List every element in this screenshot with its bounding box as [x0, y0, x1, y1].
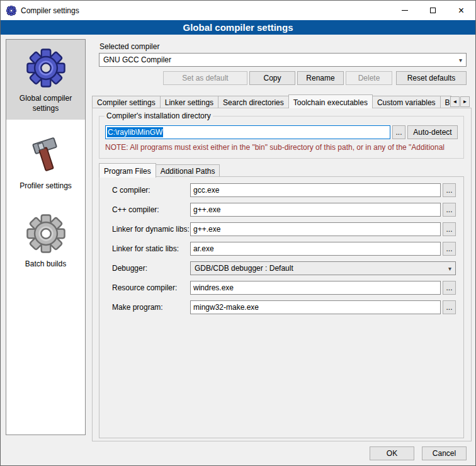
tab-custom-variables[interactable]: Custom variables: [372, 96, 441, 108]
make-program-browse-button[interactable]: ...: [443, 300, 456, 314]
form-row: C compiler: ...: [112, 183, 456, 197]
close-icon: ×: [458, 6, 464, 16]
tab-search-directories[interactable]: Search directories: [218, 96, 289, 108]
left-arrow-icon: ◄: [453, 99, 458, 105]
chevron-down-icon: ▾: [459, 57, 462, 64]
directory-browse-button[interactable]: ...: [392, 125, 405, 139]
cpp-compiler-browse-button[interactable]: ...: [443, 203, 456, 217]
gray-gear-icon: [26, 214, 65, 253]
field-label: C++ compiler:: [112, 205, 190, 214]
sidebar-item-global-compiler-settings[interactable]: Global compiler settings: [6, 40, 85, 120]
profiler-tool-icon: [26, 136, 65, 175]
compiler-settings-window: Compiler settings × Global compiler sett…: [0, 0, 476, 466]
blue-gear-icon: [26, 48, 65, 88]
toolchain-executables-panel: Compiler's installation directory C:\ray…: [92, 108, 472, 441]
resource-compiler-browse-button[interactable]: ...: [443, 281, 456, 295]
installation-directory-selected-text: C:\raylib\MinGW: [107, 127, 163, 137]
debugger-select-value: GDB/CDB debugger : Default: [195, 264, 293, 273]
static-linker-input[interactable]: [190, 242, 441, 256]
tab-scroll-buttons: ◄ ►: [450, 96, 470, 107]
installation-directory-group-title: Compiler's installation directory: [105, 111, 213, 120]
copy-button[interactable]: Copy: [249, 71, 295, 85]
cpp-compiler-input[interactable]: [190, 203, 441, 217]
form-row: Resource compiler: ...: [112, 281, 456, 295]
tab-scroll-right-button[interactable]: ►: [460, 96, 470, 107]
make-program-input[interactable]: [190, 300, 441, 314]
installation-directory-input[interactable]: C:\raylib\MinGW: [105, 125, 390, 139]
maximize-button[interactable]: [419, 1, 447, 20]
selected-compiler-label: Selected compiler: [99, 42, 159, 51]
minimize-button[interactable]: [390, 1, 419, 20]
selected-compiler-value: GNU GCC Compiler: [103, 55, 171, 64]
titlebar: Compiler settings ×: [1, 1, 475, 20]
installation-directory-group: Compiler's installation directory C:\ray…: [99, 116, 464, 159]
installation-directory-row: C:\raylib\MinGW ... Auto-detect: [105, 125, 458, 139]
field-label: Linker for static libs:: [112, 244, 190, 253]
form-row: Linker for dynamic libs: ...: [112, 222, 456, 236]
tab-linker-settings[interactable]: Linker settings: [160, 96, 218, 108]
installation-note: NOTE: All programs must exist either in …: [105, 143, 462, 152]
sidebar-item-label: Global compiler settings: [8, 94, 83, 113]
set-as-default-button: Set as default: [163, 71, 247, 85]
form-row: C++ compiler: ...: [112, 203, 456, 217]
sidebar: Global compiler settings Profiler settin…: [6, 39, 86, 435]
subtab-additional-paths[interactable]: Additional Paths: [156, 164, 220, 177]
rename-button[interactable]: Rename: [297, 71, 344, 85]
subtab-program-files[interactable]: Program Files: [99, 163, 156, 178]
window-title: Compiler settings: [21, 6, 79, 15]
tab-compiler-settings[interactable]: Compiler settings: [92, 96, 161, 108]
reset-defaults-button[interactable]: Reset defaults: [396, 71, 467, 85]
app-gear-icon: [6, 6, 16, 16]
settings-tabstrip: Compiler settings Linker settings Search…: [92, 94, 451, 108]
close-button[interactable]: ×: [447, 1, 475, 20]
program-files-tabstrip: Program Files Additional Paths: [99, 162, 219, 177]
sidebar-item-label: Batch builds: [8, 259, 83, 270]
sidebar-item-label: Profiler settings: [8, 181, 83, 191]
caption-buttons: ×: [390, 1, 475, 20]
maximize-icon: [430, 8, 436, 13]
delete-button: Delete: [346, 71, 392, 85]
field-label: C compiler:: [112, 186, 190, 195]
c-compiler-browse-button[interactable]: ...: [443, 183, 456, 197]
tab-scroll-left-button[interactable]: ◄: [450, 96, 460, 107]
dynamic-linker-input[interactable]: [190, 222, 441, 236]
form-row: Debugger: GDB/CDB debugger : Default ▾: [112, 261, 456, 275]
sidebar-item-batch-builds[interactable]: Batch builds: [6, 205, 85, 276]
dialog-header: Global compiler settings: [1, 20, 475, 35]
form-row: Linker for static libs: ...: [112, 242, 456, 256]
right-arrow-icon: ►: [463, 99, 468, 105]
compiler-buttons-row: Set as default Copy Rename Delete Reset …: [99, 71, 467, 85]
field-label: Debugger:: [112, 264, 190, 273]
tab-toolchain-executables[interactable]: Toolchain executables: [288, 94, 373, 108]
resource-compiler-input[interactable]: [190, 281, 441, 295]
c-compiler-input[interactable]: [190, 183, 441, 197]
program-files-panel: C compiler: ... C++ compiler: ... Linker…: [99, 176, 464, 438]
field-label: Make program:: [112, 303, 190, 312]
cancel-button[interactable]: Cancel: [422, 446, 467, 460]
minimize-icon: [402, 10, 408, 11]
debugger-select[interactable]: GDB/CDB debugger : Default ▾: [190, 261, 456, 275]
chevron-down-icon: ▾: [448, 265, 451, 272]
field-label: Linker for dynamic libs:: [112, 225, 190, 234]
static-linker-browse-button[interactable]: ...: [443, 242, 456, 256]
selected-compiler-combobox[interactable]: GNU GCC Compiler ▾: [99, 53, 467, 67]
ok-button[interactable]: OK: [370, 446, 414, 460]
dynamic-linker-browse-button[interactable]: ...: [443, 222, 456, 236]
auto-detect-button[interactable]: Auto-detect: [407, 125, 458, 139]
form-row: Make program: ...: [112, 300, 456, 314]
field-label: Resource compiler:: [112, 283, 190, 292]
sidebar-item-profiler-settings[interactable]: Profiler settings: [6, 127, 85, 198]
